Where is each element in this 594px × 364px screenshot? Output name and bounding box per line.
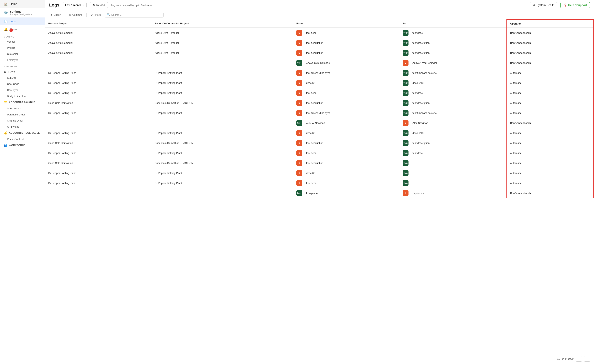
table-row: Dr Pepper Bottling PlantDr Pepper Bottli… [45,78,594,88]
cell-sage-project: Dr Pepper Bottling Plant [152,168,293,178]
settings-label: Settings [10,10,32,13]
sidebar-item-primecontract[interactable]: Prime Contract [0,136,45,142]
cell-from-text: desc 6/13 [303,78,399,88]
cell-to-icon: C [399,58,409,68]
procore-icon: C [297,150,302,156]
date-filter-dropdown[interactable]: Last 1 month ▼ [63,2,87,8]
cell-from-text: test timecard no sync [303,108,399,118]
cell-sage-project: Agave Gym Remodel [152,38,293,48]
cell-procore-project: Dr Pepper Bottling Plant [45,88,152,98]
cell-operator: Automatic [507,108,594,118]
export-button[interactable]: ⬇ Export [49,13,63,17]
columns-icon: ⊞ [69,13,71,16]
cell-to-icon: Sage [399,48,409,58]
cell-operator: Automatic [507,98,594,108]
sage-icon: Sage [403,150,409,156]
sidebar-item-subjob[interactable]: Sub Job [0,75,45,81]
cell-procore-project [45,118,152,128]
cell-operator: Automatic [507,158,594,168]
sidebar-home-label: Home [10,2,17,6]
sidebar-item-purchaseorder[interactable]: Purchase Order [0,112,45,118]
reload-button[interactable]: ↻ Reload [90,2,108,8]
core-label: Core [8,70,15,73]
cell-to-text: test timecard no sync [409,68,507,78]
cell-operator: Ben Vandenbosch [507,118,594,128]
cell-sage-project: Dr Pepper Bottling Plant [152,128,293,138]
sidebar-item-changeorder[interactable]: Change Order [0,118,45,124]
date-filter-label: Last 1 month [65,4,81,7]
cell-to-icon: Sage [399,38,409,48]
cell-to-icon: Sage [399,78,409,88]
system-health-label: System Health [536,4,554,7]
cell-from-text: test description [303,158,399,168]
table-row: SageAlex W NewmanCAlex NewmanBen Vandenb… [45,118,594,128]
cell-from-icon: C [293,48,303,58]
topbar: Logs Last 1 month ▼ ↻ Reload Logs are de… [45,0,594,10]
sidebar-item-employee[interactable]: Employee [0,57,45,63]
cell-to-icon: C [399,118,409,128]
cell-from-text: Equipment [303,188,399,198]
cell-sage-project [152,118,293,128]
ar-label: Accounts Receivable [9,132,40,134]
sidebar-item-logs[interactable]: 📄 Logs [0,17,45,25]
cell-from-text: test description [303,98,399,108]
cell-procore-project: Agave Gym Remodel [45,48,152,58]
cell-operator: Automatic [507,178,594,188]
cell-to-text: Alex Newman [409,118,507,128]
procore-icon: C [297,50,302,56]
system-health-button[interactable]: 🖥 System Health [530,2,557,8]
sidebar-item-budgetline[interactable]: Budget Line Item [0,93,45,99]
columns-label: Columns [72,13,82,16]
sidebar-item-costtype[interactable]: Cost Type [0,87,45,93]
logs-table-container: Procore Project Sage 100 Contractor Proj… [45,19,594,353]
cell-from-text: test desc [303,88,399,98]
sage-icon: Sage [403,40,409,46]
sidebar-item-settings[interactable]: ⚙️ Settings Example Configuration [0,8,45,17]
cell-to-text [409,168,507,178]
workforce-group: 👥 Workforce [0,142,45,148]
sidebar-item-costcode[interactable]: Cost Code [0,81,45,87]
next-page-button[interactable]: › [584,356,590,362]
cell-to-text: test desc [409,28,507,38]
cell-from-icon: C [293,178,303,188]
cell-operator: Automatic [507,88,594,98]
sidebar-item-vendor[interactable]: Vendor [0,39,45,45]
cell-from-icon: C [293,168,303,178]
cell-from-icon: C [293,148,303,158]
procore-icon: C [297,80,302,86]
cell-to-text: test description [409,48,507,58]
search-icon: 🔍 [107,13,110,16]
sidebar-item-errors[interactable]: 🔔 1 Errors [0,25,45,33]
procore-icon: C [297,40,302,46]
columns-button[interactable]: ⊞ Columns [68,13,84,17]
pagination-range: 18–34 of 1000 [557,357,574,360]
sidebar-item-project[interactable]: Project [0,45,45,51]
settings-subtitle: Example Configuration [10,13,32,15]
export-icon: ⬇ [51,13,53,16]
cell-sage-project: Dr Pepper Bottling Plant [152,178,293,188]
search-input[interactable] [111,13,161,16]
cell-from-icon: C [293,138,303,148]
cell-procore-project [45,58,152,68]
cell-operator: Ben Vandenbosch [507,48,594,58]
procore-icon: C [403,120,409,126]
cell-to-icon: C [399,188,409,198]
sidebar-item-home[interactable]: 🏠 Home [0,0,45,8]
cell-from-icon: C [293,38,303,48]
cell-sage-project: Coca Cola Demolition - SAGE ON [152,98,293,108]
settings-icon: ⚙️ [4,11,8,15]
main-content: Logs Last 1 month ▼ ↻ Reload Logs are de… [45,0,594,364]
sidebar-item-customer[interactable]: Customer [0,51,45,57]
home-icon: 🏠 [4,2,8,6]
table-row: Agave Gym RemodelAgave Gym RemodelCtest … [45,48,594,58]
sidebar-item-apinvoice[interactable]: AP Invoice [0,124,45,130]
prev-page-button[interactable]: ‹ [576,356,582,362]
cell-sage-project: Agave Gym Remodel [152,48,293,58]
filters-button[interactable]: ⚙ Filters [89,13,102,17]
cell-from-icon: Sage [293,188,303,198]
sage-icon: Sage [403,160,409,166]
procore-icon: C [297,100,302,106]
sidebar-item-subcontract[interactable]: Subcontract [0,105,45,112]
help-support-button[interactable]: ❓ Help / Support [560,2,590,8]
cell-to-icon: Sage [399,138,409,148]
